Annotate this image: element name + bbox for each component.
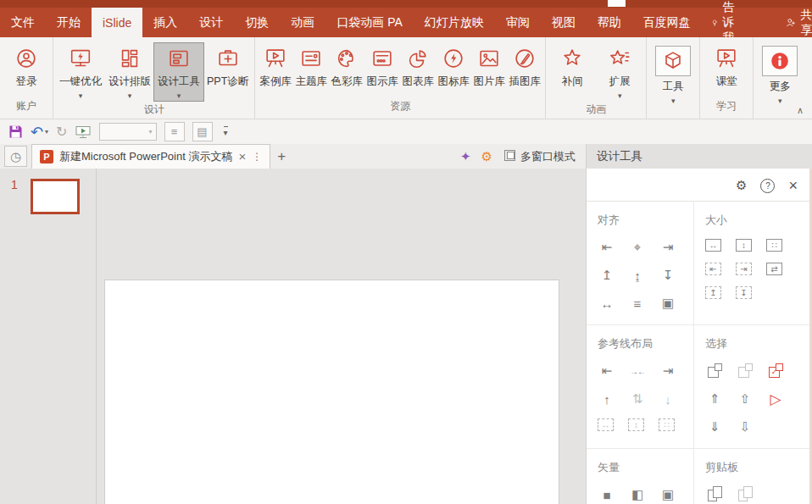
- menu-tab-view[interactable]: 视图: [541, 8, 587, 37]
- qat-overflow-icon[interactable]: ▾: [224, 126, 228, 137]
- redo-button[interactable]: ↻: [56, 125, 67, 139]
- titlebar-artifact: [608, 0, 626, 7]
- tween-button[interactable]: 补间: [548, 43, 596, 90]
- menu-tab-animations[interactable]: 动画: [280, 8, 325, 37]
- slide-1-thumbnail[interactable]: [31, 179, 80, 214]
- tools-button[interactable]: 工具 ▾: [649, 43, 697, 106]
- monitor-bolt-icon: [68, 46, 93, 71]
- icon-library-button[interactable]: 图标库: [436, 43, 471, 90]
- pointer-icon[interactable]: ▷: [766, 390, 785, 407]
- distribute-h-icon[interactable]: ↔: [598, 295, 616, 312]
- selection-pane-icon[interactable]: [767, 363, 784, 379]
- guide-top-icon[interactable]: ↑: [598, 390, 616, 407]
- select-similar-icon[interactable]: [737, 363, 754, 379]
- guide-frame-icon[interactable]: ∷: [659, 418, 675, 431]
- menu-tab-transitions[interactable]: 切换: [234, 8, 280, 37]
- guide-height-icon[interactable]: ↕: [628, 418, 644, 431]
- login-button[interactable]: 登录: [3, 43, 50, 90]
- magic-tool-icon[interactable]: ✦: [460, 149, 471, 164]
- guide-bottom-icon[interactable]: ↓: [659, 390, 677, 407]
- stretch-top-icon[interactable]: ↥: [705, 286, 721, 299]
- caret-down-icon: ▾: [79, 91, 83, 100]
- stretch-right-icon[interactable]: ⇥: [736, 263, 752, 275]
- new-tab-button[interactable]: +: [277, 148, 286, 165]
- align-middle-v-icon[interactable]: ↨: [628, 267, 647, 284]
- menu-tab-baidu-netdisk[interactable]: 百度网盘: [632, 8, 702, 37]
- distribute-v-icon[interactable]: ≡: [628, 295, 647, 312]
- chart-library-button[interactable]: 图表库: [400, 43, 436, 90]
- menu-tab-pocket-animation[interactable]: 口袋动画 PA: [325, 8, 414, 37]
- copy-icon[interactable]: [706, 486, 723, 503]
- design-layout-button[interactable]: 设计排版 ▾: [105, 43, 154, 101]
- case-library-button[interactable]: 案例库: [258, 43, 293, 90]
- extensions-button[interactable]: 扩展 ▾: [596, 43, 643, 101]
- select-objects-icon[interactable]: [706, 363, 723, 379]
- align-bottom-icon[interactable]: ↧: [659, 267, 677, 284]
- menu-tab-file[interactable]: 文件: [0, 8, 46, 37]
- share-button[interactable]: 共享: [776, 8, 812, 38]
- workspace: 1: [0, 169, 586, 504]
- align-left-icon[interactable]: ⇤: [598, 239, 616, 256]
- panel-settings-icon[interactable]: ⚙: [736, 178, 747, 193]
- duplicate-icon[interactable]: [737, 486, 754, 503]
- guide-right-icon[interactable]: ⇥: [659, 363, 677, 379]
- start-slideshow-button[interactable]: [75, 125, 92, 139]
- illustration-library-button[interactable]: 插图库: [507, 43, 542, 90]
- stretch-bottom-icon[interactable]: ↧: [736, 286, 752, 299]
- tab-menu-kebab-icon[interactable]: ⋮: [252, 151, 262, 163]
- menu-tab-insert[interactable]: 插入: [142, 8, 188, 37]
- classroom-button[interactable]: 课堂: [703, 43, 750, 90]
- align-center-h-icon[interactable]: ⌖: [628, 239, 647, 256]
- equal-height-icon[interactable]: ↕: [736, 239, 752, 252]
- menu-tab-help[interactable]: 帮助: [587, 8, 632, 37]
- menu-tab-slideshow[interactable]: 幻灯片放映: [414, 8, 495, 37]
- diagram-box-icon: [370, 46, 395, 71]
- history-button[interactable]: ◷: [4, 146, 27, 167]
- undo-button[interactable]: ↶ ▾: [31, 125, 48, 139]
- ppt-diagnosis-button[interactable]: PPT诊断: [203, 43, 252, 90]
- design-tools-button[interactable]: 设计工具 ▾: [154, 43, 203, 101]
- more-button[interactable]: 更多 ▾: [756, 43, 804, 106]
- align-right-icon[interactable]: ⇥: [659, 239, 677, 256]
- shape-intersect-icon[interactable]: ▣: [659, 486, 677, 503]
- panel-help-icon[interactable]: ?: [760, 179, 775, 193]
- menu-tab-islide[interactable]: iSlide: [92, 8, 142, 37]
- save-button[interactable]: [8, 125, 23, 139]
- one-click-optimize-button[interactable]: 一键优化 ▾: [56, 43, 105, 101]
- list-settings-button[interactable]: ≡: [164, 122, 185, 141]
- shape-combine-icon[interactable]: ◧: [628, 486, 647, 503]
- collapse-ribbon-icon[interactable]: ∧: [797, 105, 804, 116]
- close-tab-icon[interactable]: ×: [238, 151, 246, 163]
- send-backward-icon[interactable]: ⇩: [736, 418, 754, 435]
- settings-gear-icon[interactable]: ⚙: [481, 149, 492, 164]
- guide-center-v-icon[interactable]: ⇅: [628, 390, 647, 407]
- send-to-back-icon[interactable]: ⇓: [705, 418, 724, 435]
- menu-tab-review[interactable]: 审阅: [495, 8, 541, 37]
- notes-view-button[interactable]: ▤: [192, 122, 213, 141]
- theme-library-button[interactable]: 主题库: [293, 43, 329, 90]
- bring-to-front-icon[interactable]: ⇑: [705, 390, 724, 407]
- shape-union-icon[interactable]: ■: [598, 486, 616, 503]
- guide-left-icon[interactable]: ⇤: [598, 363, 616, 379]
- picture-library-button[interactable]: 图片库: [471, 43, 507, 90]
- ribbon-group-learning: 课堂 学习: [700, 37, 754, 119]
- qat-combo-box[interactable]: ▾: [99, 123, 157, 141]
- slide-canvas[interactable]: [104, 280, 559, 504]
- menu-tab-home[interactable]: 开始: [46, 8, 92, 37]
- swap-size-icon[interactable]: ⇄: [766, 263, 782, 275]
- equal-size-icon[interactable]: ∷: [766, 239, 782, 252]
- document-tab[interactable]: P 新建Microsoft PowerPoint 演示文稿 × ⋮: [31, 144, 270, 169]
- equalize-spacing-icon[interactable]: ▣: [659, 295, 677, 312]
- guide-width-icon[interactable]: ↔: [598, 418, 614, 431]
- align-top-icon[interactable]: ↥: [598, 267, 616, 284]
- bring-forward-icon[interactable]: ⇧: [736, 390, 754, 407]
- clipboard-section-title: 剪贴板: [705, 460, 812, 475]
- menu-tab-design[interactable]: 设计: [188, 8, 234, 37]
- panel-close-icon[interactable]: ×: [788, 180, 798, 191]
- multi-window-mode-button[interactable]: 多窗口模式: [503, 149, 576, 164]
- equal-width-icon[interactable]: ↔: [705, 239, 721, 252]
- diagram-library-button[interactable]: 图示库: [364, 43, 400, 90]
- guide-center-h-icon[interactable]: →←: [628, 363, 647, 379]
- stretch-left-icon[interactable]: ⇤: [705, 263, 721, 275]
- color-library-button[interactable]: 色彩库: [329, 43, 364, 90]
